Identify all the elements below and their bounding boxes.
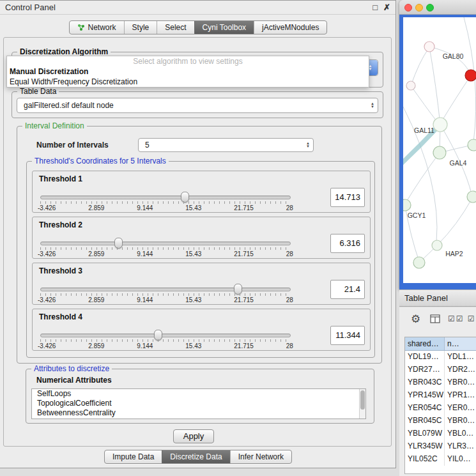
top-tab-bar: Network Style Select Cyni Toolbox jActiv… — [0, 20, 396, 35]
scale-label: 21.715 — [234, 204, 254, 211]
table-cell: YDL1… — [445, 351, 476, 364]
scale-label: 15.43 — [185, 250, 201, 257]
network-edge[interactable] — [429, 47, 440, 125]
network-edge[interactable] — [437, 198, 472, 245]
attributes-group-label: Attributes to discretize — [31, 364, 112, 373]
numerical-attributes-list[interactable]: SelfLoopsTopologicalCoefficientBetweenne… — [31, 388, 366, 419]
table-cell: YBR0… — [445, 415, 476, 427]
table-panel-header[interactable]: Table Panel — [399, 289, 476, 307]
close-icon[interactable]: ✗ — [383, 3, 390, 12]
slider-scale: -3.4262.8599.14415.4321.71528 — [38, 204, 293, 211]
network-edge[interactable] — [411, 49, 428, 86]
slider-ticks — [40, 293, 291, 296]
combo-stepper-icon[interactable]: ▲▼ — [371, 102, 374, 109]
minimize-traffic-light-icon[interactable] — [415, 4, 423, 12]
gal11-node[interactable] — [433, 118, 447, 132]
threshold-block: Threshold 1-3.4262.8599.14415.4321.71528… — [32, 171, 371, 213]
network-canvas[interactable]: GAL80GAL11GAL4GCY1HAP2 — [403, 17, 476, 283]
threshold-label: Threshold 1 — [39, 174, 82, 183]
threshold-value-field[interactable]: 6.316 — [330, 234, 365, 253]
node-label: GCY1 — [408, 211, 426, 219]
tab-impute-data[interactable]: Impute Data — [105, 450, 162, 463]
table-cell: YLR3… — [445, 440, 476, 453]
attribute-item[interactable]: SelfLoops — [32, 389, 365, 399]
network-node[interactable] — [468, 139, 476, 151]
threshold-slider-track[interactable] — [40, 288, 291, 291]
bottom-tab-bar: Impute Data Discretize Data Infer Networ… — [0, 450, 396, 464]
scale-label: 28 — [286, 342, 293, 349]
number-of-intervals-label: Number of Intervals — [36, 141, 109, 150]
table-row[interactable]: YDR27…YDR2… — [405, 364, 476, 376]
table-cell: YER0… — [445, 402, 476, 415]
combo-stepper-icon[interactable]: ▲▼ — [306, 142, 310, 148]
network-node[interactable] — [467, 191, 476, 203]
tab-select[interactable]: Select — [157, 21, 194, 34]
threshold-slider-track[interactable] — [40, 196, 291, 199]
table-row[interactable]: YBL079WYBL0… — [405, 427, 476, 440]
scale-label: -3.426 — [38, 342, 56, 349]
tab-infer-network[interactable]: Infer Network — [230, 450, 291, 463]
network-edge[interactable] — [443, 75, 471, 119]
threshold-value-field[interactable]: 21.4 — [330, 280, 365, 299]
table-columns-icon[interactable] — [430, 314, 440, 323]
slider-ticks — [40, 339, 291, 342]
attribute-item[interactable]: TopologicalCoefficient — [32, 399, 365, 408]
float-window-icon[interactable]: □ — [372, 3, 378, 12]
scrollbar-thumb[interactable] — [360, 390, 365, 410]
scale-label: 2.859 — [88, 296, 104, 303]
table-row[interactable]: YLR345WYLR3… — [405, 440, 476, 453]
table-row[interactable]: YPR145WYPR1… — [405, 389, 476, 402]
tab-label: Network — [88, 23, 116, 32]
scale-label: 9.144 — [137, 250, 153, 257]
table-cell: YLR345W — [405, 440, 445, 453]
slider-scale: -3.4262.8599.14415.4321.71528 — [38, 296, 293, 303]
gcy1-node[interactable] — [403, 199, 411, 211]
network-node[interactable] — [465, 70, 476, 81]
table-row[interactable]: YDL19…YDL1… — [405, 351, 476, 364]
list-scrollbar[interactable] — [359, 389, 365, 418]
node-table: shared… n… YDL19…YDL1…YDR27…YDR2…YBR043C… — [404, 337, 476, 474]
select-columns-checkbox-icons[interactable]: ☑☑ ☑☑ — [448, 314, 476, 323]
column-header-name[interactable]: n… — [445, 337, 476, 350]
network-edge[interactable] — [411, 86, 436, 121]
tab-jactivemnodules[interactable]: jActiveMNodules — [254, 21, 326, 34]
tab-label: Infer Network — [238, 452, 284, 461]
table-row[interactable]: YBR045CYBR0… — [405, 415, 476, 427]
gal80-node[interactable] — [424, 42, 434, 52]
threshold-slider-track[interactable] — [40, 242, 291, 245]
column-header-shared-name[interactable]: shared… — [405, 337, 445, 350]
tab-discretize-data[interactable]: Discretize Data — [162, 450, 229, 463]
network-canvas-container[interactable]: GAL80GAL11GAL4GCY1HAP2 — [403, 17, 476, 283]
threshold-value-field[interactable]: 11.344 — [330, 326, 365, 345]
threshold-slider-track[interactable] — [40, 334, 291, 337]
algorithm-option[interactable]: Equal Width/Frequency Discretization — [7, 77, 369, 87]
numerical-attributes-title: Numerical Attributes — [36, 376, 112, 385]
tab-label: Style — [132, 23, 150, 32]
tab-style[interactable]: Style — [124, 21, 157, 34]
scale-label: 21.715 — [234, 250, 254, 257]
network-node[interactable] — [413, 257, 425, 268]
table-data-combobox[interactable]: galFiltered.sif default node ▲▼ — [17, 98, 378, 113]
gear-icon[interactable]: ⚙ — [411, 312, 420, 326]
table-row[interactable]: YBR043CYBR0… — [405, 376, 476, 389]
algorithm-option[interactable]: Manual Discretization — [7, 66, 369, 77]
thresholds-group-label: Threshold's Coordinates for 5 Intervals — [32, 157, 169, 165]
tab-cyni-toolbox[interactable]: Cyni Toolbox — [194, 21, 254, 34]
zoom-traffic-light-icon[interactable] — [426, 4, 434, 12]
close-traffic-light-icon[interactable] — [404, 4, 412, 12]
attribute-item[interactable]: BetweennessCentrality — [32, 408, 365, 418]
table-row[interactable]: YER054CYER0… — [405, 402, 476, 415]
tab-network[interactable]: Network — [70, 21, 124, 34]
threshold-value-field[interactable]: 14.713 — [330, 188, 365, 207]
hap2-node[interactable] — [432, 240, 442, 250]
apply-button[interactable]: Apply — [173, 429, 214, 443]
interval-definition-group: Interval Definition Number of Intervals … — [17, 126, 382, 364]
gal4-node[interactable] — [433, 146, 446, 159]
table-header-row: shared… n… — [405, 337, 476, 351]
number-of-intervals-combobox[interactable]: 5 ▲▼ — [138, 138, 314, 152]
network-node[interactable] — [406, 81, 415, 90]
table-row[interactable]: YIL052CYIL0… — [405, 453, 476, 466]
scale-label: 15.43 — [185, 296, 201, 303]
threshold-block: Threshold 4-3.4262.8599.14415.4321.71528… — [32, 309, 371, 351]
network-view-window: GAL80GAL11GAL4GCY1HAP2 — [399, 0, 476, 289]
